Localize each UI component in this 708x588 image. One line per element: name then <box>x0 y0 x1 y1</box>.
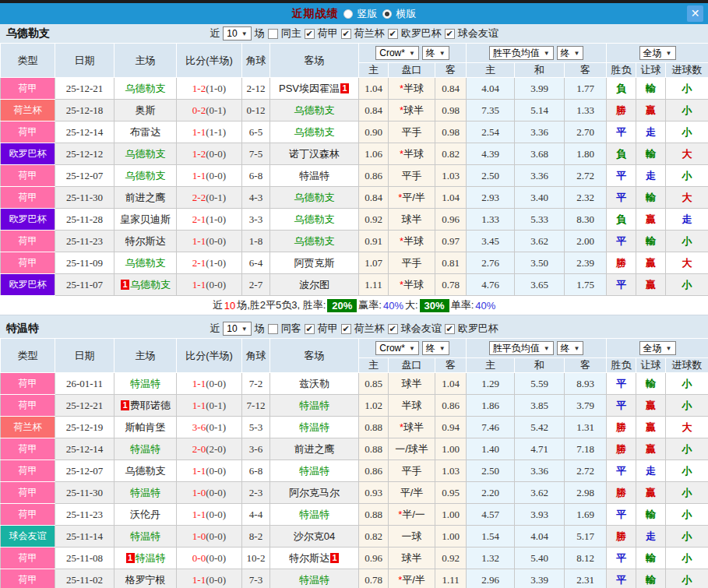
home-team: 前进之鹰 <box>114 187 177 209</box>
match-count-select[interactable]: 10▼ <box>223 26 251 40</box>
league-checkbox-1[interactable]: ✔ <box>341 29 351 39</box>
same-venue-checkbox[interactable] <box>268 324 278 334</box>
score: 0-2(0-1) <box>177 100 242 121</box>
league-badge: 荷甲 <box>1 231 55 252</box>
avg-odds-away: 8.30 <box>565 209 607 231</box>
column-header: 主场 <box>114 44 177 78</box>
handicap-result: 贏 <box>636 417 666 438</box>
league-badge: 荷甲 <box>1 569 55 588</box>
match-date: 25-11-07 <box>55 274 114 296</box>
handicap-result: 走 <box>636 460 666 482</box>
goals-result: 小 <box>666 438 708 460</box>
league-checkbox-2[interactable]: ✔ <box>388 324 398 334</box>
handicap-line: 平手 <box>389 165 435 187</box>
home-team: 1乌德勒支 <box>114 274 177 296</box>
wdl-result: 勝 <box>607 482 636 504</box>
match-row: 荷甲25-12-211费耶诺德1-1(0-1)7-12特温特1.02半球0.86… <box>1 395 708 417</box>
column-header: 比分(半场) <box>177 44 242 78</box>
popup-titlebar: 近期战绩 竖版 横版 ✕ <box>0 3 708 24</box>
goals-result: 小 <box>666 165 708 187</box>
odds-company-select[interactable]: Crow*▼ <box>375 46 419 60</box>
league-checkbox-3[interactable]: ✔ <box>445 324 455 334</box>
odds-company-select[interactable]: Crow*▼ <box>375 341 419 355</box>
handicap-away-odds: 1.04 <box>435 187 467 209</box>
home-team: 格罗宁根 <box>114 569 177 588</box>
wdl-stage-select[interactable]: 终▼ <box>557 46 584 60</box>
scope-select[interactable]: 全场▼ <box>639 46 676 60</box>
odds-stage-select[interactable]: 终▼ <box>422 341 449 355</box>
avg-odds-home: 1.33 <box>467 209 515 231</box>
result-scope-header: 全场▼ <box>607 44 708 63</box>
handicap-result: 贏 <box>636 100 666 121</box>
handicap-home-odds: 1.06 <box>359 143 389 165</box>
handicap-away-odds: 0.98 <box>435 121 467 143</box>
handicap-result: 輸 <box>636 78 666 100</box>
close-icon[interactable]: ✕ <box>687 5 703 22</box>
avg-odds-home: 4.57 <box>467 504 515 526</box>
summary-text: 赢率: <box>358 298 382 312</box>
handicap-home-odds: 1.02 <box>359 395 389 417</box>
match-row: 荷甲25-12-07乌德勒支1-1(0-0)6-8特温特0.86平手1.032.… <box>1 165 708 187</box>
avg-odds-away: 2.39 <box>565 252 607 274</box>
column-header: 角球 <box>242 339 270 373</box>
handicap-result: 贏 <box>636 209 666 231</box>
league-checkbox-0[interactable]: ✔ <box>305 29 315 39</box>
league-checkbox-2[interactable]: ✔ <box>388 29 398 39</box>
away-team: 乌德勒支 <box>270 121 359 143</box>
corners: 1-8 <box>242 231 270 252</box>
chevron-down-icon: ▼ <box>666 50 672 57</box>
corners: 6-8 <box>242 165 270 187</box>
matches-table: 类型日期主场比分(半场)角球客场Crow*▼终▼胜平负均值▼终▼全场▼主盘口客主… <box>0 43 708 296</box>
avg-odds-home: 7.46 <box>467 417 515 438</box>
league-badge: 荷甲 <box>1 504 55 526</box>
away-team: 特尔斯达1 <box>270 548 359 569</box>
handicap-line: *平/半 <box>389 187 435 209</box>
home-team: 斯帕肯堡 <box>114 417 177 438</box>
wdl-average-select[interactable]: 胜平负均值▼ <box>489 46 554 60</box>
same-venue-checkbox[interactable] <box>268 29 278 39</box>
score: 1-1(0-0) <box>177 504 242 526</box>
team-section-1: 特温特近10▼场同客✔荷甲✔荷兰杯✔球会友谊✔欧罗巴杯类型日期主场比分(半场)角… <box>0 319 708 588</box>
avg-odds-draw: 4.71 <box>515 438 565 460</box>
wdl-average-header: 胜平负均值▼终▼ <box>467 44 607 63</box>
goals-result: 小 <box>666 460 708 482</box>
league-checkbox-3[interactable]: ✔ <box>445 29 455 39</box>
corners: 3-3 <box>242 209 270 231</box>
league-checkbox-1[interactable]: ✔ <box>341 324 351 334</box>
goals-result: 小 <box>666 395 708 417</box>
score: 1-1(1-1) <box>177 121 242 143</box>
near-label: 近 <box>210 322 220 336</box>
avg-odds-home: 1.40 <box>467 438 515 460</box>
home-team: 特温特 <box>114 373 177 395</box>
home-team: 乌德勒支 <box>114 165 177 187</box>
handicap-result: 輸 <box>636 187 666 209</box>
goals-result: 小 <box>666 526 708 548</box>
near-label: 近 <box>210 26 220 40</box>
avg-odds-draw: 3.62 <box>515 482 565 504</box>
horizontal-layout-radio[interactable] <box>382 9 392 19</box>
corners: 6-8 <box>242 460 270 482</box>
wdl-average-select[interactable]: 胜平负均值▼ <box>489 341 554 355</box>
same-venue-label: 同客 <box>281 322 301 336</box>
corners: 7-5 <box>242 143 270 165</box>
match-date: 25-12-21 <box>55 78 114 100</box>
wdl-result: 平 <box>607 460 636 482</box>
wdl-stage-select[interactable]: 终▼ <box>557 341 584 355</box>
league-badge: 荷甲 <box>1 165 55 187</box>
avg-odds-home: 1.86 <box>467 395 515 417</box>
chevron-down-icon: ▼ <box>439 50 446 57</box>
home-team: 乌德勒支 <box>114 78 177 100</box>
home-team: 乌德勒支 <box>114 252 177 274</box>
match-date: 25-11-28 <box>55 209 114 231</box>
column-header: 角球 <box>242 44 270 78</box>
chevron-down-icon: ▼ <box>439 345 446 352</box>
avg-odds-away: 8.12 <box>565 548 607 569</box>
score: 2-0(2-0) <box>177 438 242 460</box>
league-checkbox-0[interactable]: ✔ <box>305 324 315 334</box>
odds-stage-select[interactable]: 终▼ <box>422 46 449 60</box>
vertical-layout-radio[interactable] <box>343 9 353 19</box>
score: 1-0(0-0) <box>177 482 242 504</box>
match-count-select[interactable]: 10▼ <box>223 322 251 336</box>
scope-select[interactable]: 全场▼ <box>639 341 676 355</box>
match-row: 荷兰杯25-12-19斯帕肯堡3-6(0-1)5-3特温特0.88*球半0.94… <box>1 417 708 438</box>
